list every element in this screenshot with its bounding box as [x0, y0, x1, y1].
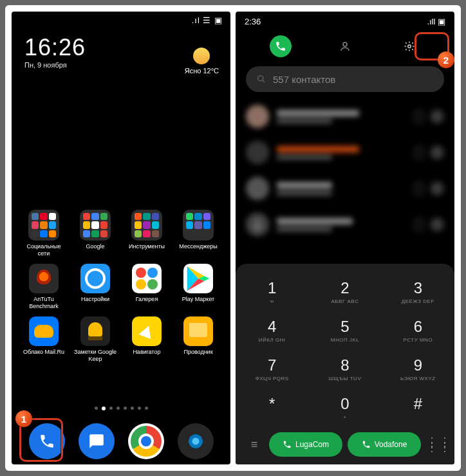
- call-sim1-button[interactable]: LugaCom: [269, 432, 342, 457]
- app-play-market[interactable]: Play Маркет: [175, 264, 221, 310]
- key-9[interactable]: 9ЬЭЮЯ WXYZ: [382, 350, 454, 389]
- weather-widget[interactable]: Ясно 12°C: [185, 48, 219, 75]
- key-8[interactable]: 8ШЩЪЫ TUV: [308, 350, 381, 389]
- call-entry[interactable]: 1›: [236, 98, 454, 134]
- app-settings[interactable]: Настройки: [72, 264, 118, 310]
- home-screen: .ıl ☰ ▣ 16:26 Пн, 9 ноября Ясно 12°C Соц…: [12, 12, 230, 464]
- folder-google[interactable]: Google: [72, 210, 118, 257]
- page-indicator: [12, 407, 230, 410]
- key-3[interactable]: 3ДЕЁЖЗ DEF: [382, 273, 454, 311]
- arrow-icon: [132, 316, 162, 346]
- call-entry[interactable]: 1›: [236, 206, 454, 243]
- folder-icon: [183, 316, 213, 346]
- app-explorer[interactable]: Проводник: [175, 316, 221, 363]
- key-star[interactable]: *: [236, 389, 308, 427]
- call-entry[interactable]: 1›: [236, 170, 454, 206]
- folder-social[interactable]: Социальные сети: [21, 210, 67, 257]
- call-entry[interactable]: 1›: [236, 134, 454, 170]
- app-mail-cloud[interactable]: Облако Mail.Ru: [21, 316, 67, 363]
- key-0[interactable]: 0+: [308, 389, 381, 427]
- key-7[interactable]: 7ФХЦЧ PQRS: [236, 350, 308, 389]
- tab-contacts[interactable]: [334, 35, 356, 57]
- menu-icon[interactable]: ≡: [245, 438, 264, 452]
- chrome-app-icon[interactable]: [128, 423, 164, 459]
- sun-icon: [193, 48, 210, 64]
- app-antutu[interactable]: AnTuTu Benchmark: [21, 264, 67, 310]
- call-sim2-button[interactable]: Vodafone: [348, 432, 421, 457]
- status-icons: .ıll ▣: [427, 17, 445, 26]
- tab-recents[interactable]: [270, 35, 292, 57]
- svg-point-2: [258, 76, 263, 81]
- status-time: 2:36: [245, 17, 261, 26]
- app-navigator[interactable]: Навигатор: [124, 316, 170, 363]
- folder-messengers[interactable]: Мессенджеры: [175, 210, 221, 257]
- key-4[interactable]: 4ИЙКЛ GHI: [236, 311, 308, 350]
- chevron-right-icon[interactable]: ›: [430, 145, 444, 160]
- cloud-icon: [29, 316, 59, 346]
- recent-calls-list: 1› 1› 1› 1›: [236, 98, 454, 243]
- weather-label: Ясно: [185, 67, 201, 75]
- step-badge-2: 2: [438, 51, 454, 68]
- folder-tools[interactable]: Инструменты: [124, 210, 170, 257]
- weather-temp: 12°C: [203, 67, 219, 75]
- svg-line-3: [263, 80, 265, 82]
- chevron-right-icon[interactable]: ›: [430, 109, 444, 124]
- chevron-right-icon[interactable]: ›: [430, 181, 444, 196]
- key-6[interactable]: 6РСТУ MNO: [382, 311, 454, 350]
- phone-app-screen: 2:36 .ıll ▣ 2 557 контактов 1› 1› 1› 1› …: [236, 12, 454, 464]
- dialpad-toggle-icon[interactable]: ⋮⋮⋮⋮⋮⋮: [426, 439, 445, 450]
- gallery-icon: [132, 264, 162, 293]
- status-bar: 2:36 .ıll ▣: [236, 12, 454, 26]
- key-1[interactable]: 1∞: [236, 273, 308, 311]
- play-icon: [183, 264, 213, 293]
- messages-app-icon[interactable]: [79, 423, 115, 459]
- search-contacts[interactable]: 557 контактов: [246, 66, 444, 92]
- step-badge-1: 1: [15, 410, 32, 427]
- svg-point-1: [408, 45, 411, 48]
- app-keep[interactable]: Заметки Google Keep: [72, 316, 118, 363]
- key-2[interactable]: 2АБВГ ABC: [308, 273, 381, 311]
- search-text: 557 контактов: [273, 74, 335, 85]
- svg-point-4: [256, 221, 259, 224]
- key-5[interactable]: 5МНОП JKL: [308, 311, 381, 350]
- status-bar: .ıl ☰ ▣: [12, 12, 230, 25]
- key-hash[interactable]: #: [382, 389, 454, 427]
- chevron-right-icon[interactable]: ›: [430, 217, 444, 232]
- antutu-icon: [29, 264, 59, 293]
- dialpad: 1∞ 2АБВГ ABC 3ДЕЁЖЗ DEF 4ИЙКЛ GHI 5МНОП …: [236, 264, 454, 464]
- camera-app-icon[interactable]: [178, 423, 214, 459]
- gear-icon: [80, 264, 110, 293]
- search-icon: [256, 74, 266, 84]
- svg-point-0: [343, 42, 347, 46]
- app-gallery[interactable]: Галерея: [124, 264, 170, 310]
- bulb-icon: [80, 316, 110, 346]
